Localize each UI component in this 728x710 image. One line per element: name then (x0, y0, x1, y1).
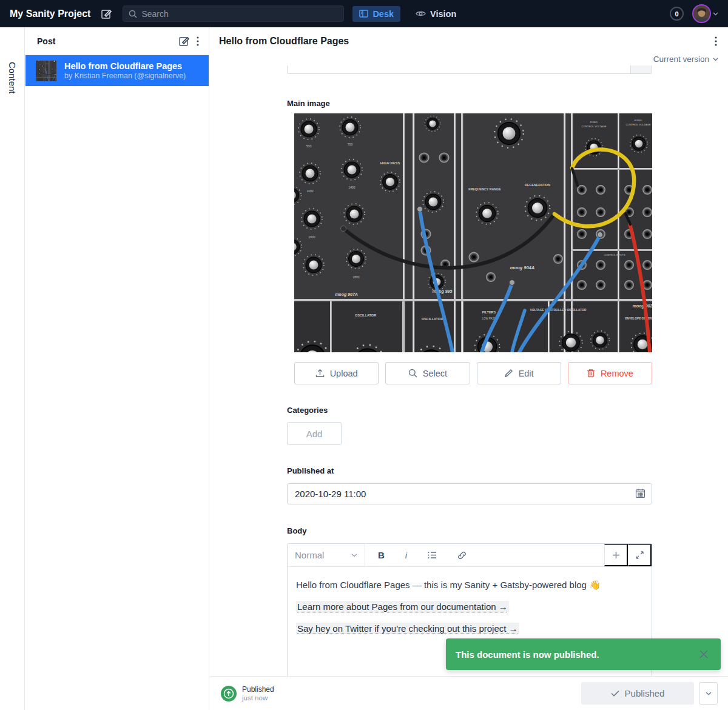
version-label: Current version (653, 55, 709, 64)
kebab-menu-icon (715, 36, 717, 46)
upload-icon (315, 369, 325, 378)
main-image-label: Main image (287, 99, 652, 108)
fullscreen-button[interactable] (628, 544, 652, 566)
link-icon (457, 551, 467, 560)
document-menu-button[interactable] (710, 33, 722, 50)
toast-message: This document is now published. (456, 649, 696, 660)
publish-button[interactable]: Published (581, 682, 694, 705)
eye-icon (416, 9, 426, 18)
upload-button[interactable]: Upload (294, 362, 379, 384)
bullet-list-icon (428, 551, 437, 559)
list-pane-header: Post (25, 27, 209, 55)
project-title: My Sanity Project (10, 8, 90, 19)
publish-success-toast: This document is now published. (446, 638, 721, 670)
chevron-down-icon (713, 12, 718, 16)
list-item-hello-from-cloudflare-pages[interactable]: Hello from Cloudflare Pages by Kristian … (25, 55, 209, 86)
edit-button[interactable]: Edit (477, 362, 561, 384)
slug-field-partial[interactable] (287, 65, 652, 74)
publish-status-time: just now (242, 694, 581, 702)
editor-toolbar: Normal B i (288, 544, 652, 567)
text-style-selector[interactable]: Normal (288, 544, 365, 566)
tool-rail: Content (0, 27, 25, 710)
document-form: Main image Upload Select (287, 65, 652, 681)
chevron-down-icon (713, 58, 718, 61)
notifications-badge[interactable]: 0 (670, 7, 684, 21)
arrow-up-circle-icon (223, 688, 234, 699)
bold-button[interactable]: B (378, 550, 385, 560)
document-footer: Published just now Published (210, 676, 728, 710)
image-actions: Upload Select Edit Remove (294, 362, 652, 384)
list-item-subtitle: by Kristian Freeman (@signalnerve) (64, 72, 186, 81)
published-at-input[interactable] (287, 483, 652, 504)
search-bar[interactable] (123, 5, 344, 22)
bullet-list-button[interactable] (428, 551, 437, 559)
list-pane-menu-button[interactable] (193, 33, 203, 50)
tab-vision-label: Vision (430, 9, 456, 19)
user-menu[interactable] (692, 4, 718, 23)
document-editor-pane: Hello from Cloudflare Pages Current vers… (210, 27, 728, 710)
publish-button-label: Published (625, 688, 665, 698)
tab-desk-label: Desk (372, 9, 394, 19)
check-icon (611, 690, 619, 697)
toast-close-button[interactable] (696, 647, 711, 661)
sanity-studio-app: My Sanity Project Desk Vision 0 Content (0, 0, 728, 710)
search-icon (408, 369, 417, 378)
avatar (692, 4, 711, 23)
calendar-icon (635, 488, 645, 498)
version-selector[interactable]: Current version (653, 55, 718, 64)
body-label: Body (287, 526, 652, 535)
upload-label: Upload (330, 369, 358, 378)
close-icon (699, 649, 709, 659)
top-navbar: My Sanity Project Desk Vision 0 (0, 0, 728, 27)
document-title: Hello from Cloudflare Pages (219, 36, 710, 47)
slug-generate-button-partial[interactable] (630, 65, 652, 73)
publish-menu-button[interactable] (699, 682, 718, 705)
list-pane-title: Post (37, 36, 175, 46)
document-header: Hello from Cloudflare Pages (210, 27, 728, 55)
tool-rail-content-label[interactable]: Content (7, 62, 18, 94)
new-document-button[interactable] (99, 6, 114, 21)
document-list-pane: Post Hello from Cloudflare Pages by Kris… (25, 27, 209, 710)
select-label: Select (423, 369, 447, 378)
publish-status[interactable]: Published just now (242, 685, 581, 702)
main-image[interactable] (294, 113, 652, 352)
badge-count: 0 (675, 10, 678, 18)
list-item-thumbnail (36, 61, 56, 81)
desk-icon (359, 9, 368, 18)
text-style-value: Normal (295, 550, 346, 560)
remove-label: Remove (601, 369, 633, 378)
select-button[interactable]: Select (385, 362, 470, 384)
compose-icon (101, 8, 112, 19)
italic-button[interactable]: i (405, 550, 407, 560)
kebab-menu-icon (197, 36, 199, 46)
insert-block-button[interactable] (604, 544, 628, 566)
remove-button[interactable]: Remove (568, 362, 652, 384)
compose-icon (179, 36, 189, 46)
link-button[interactable] (457, 551, 467, 560)
pencil-icon (504, 369, 513, 378)
chevron-down-icon (351, 554, 357, 557)
edit-label: Edit (519, 369, 534, 378)
expand-icon (636, 551, 644, 559)
publish-status-title: Published (242, 685, 581, 694)
search-icon (129, 10, 137, 18)
published-at-label: Published at (287, 466, 652, 475)
list-item-title: Hello from Cloudflare Pages (64, 61, 186, 72)
search-input[interactable] (141, 9, 338, 19)
body-link-documentation[interactable]: Learn more about Pages from our document… (296, 601, 509, 612)
add-category-button[interactable]: Add (287, 422, 342, 445)
body-paragraph[interactable]: Hello from Cloudflare Pages — this is my… (296, 578, 643, 592)
categories-label: Categories (287, 406, 652, 415)
create-new-post-button[interactable] (175, 32, 193, 50)
trash-icon (587, 369, 595, 378)
published-status-icon (221, 686, 237, 702)
chevron-down-icon (706, 692, 712, 695)
body-link-twitter[interactable]: Say hey on Twitter if you're checking ou… (296, 623, 519, 634)
plus-icon (612, 551, 620, 559)
tab-desk[interactable]: Desk (352, 6, 400, 22)
tab-vision[interactable]: Vision (409, 6, 463, 22)
calendar-button[interactable] (635, 488, 645, 501)
